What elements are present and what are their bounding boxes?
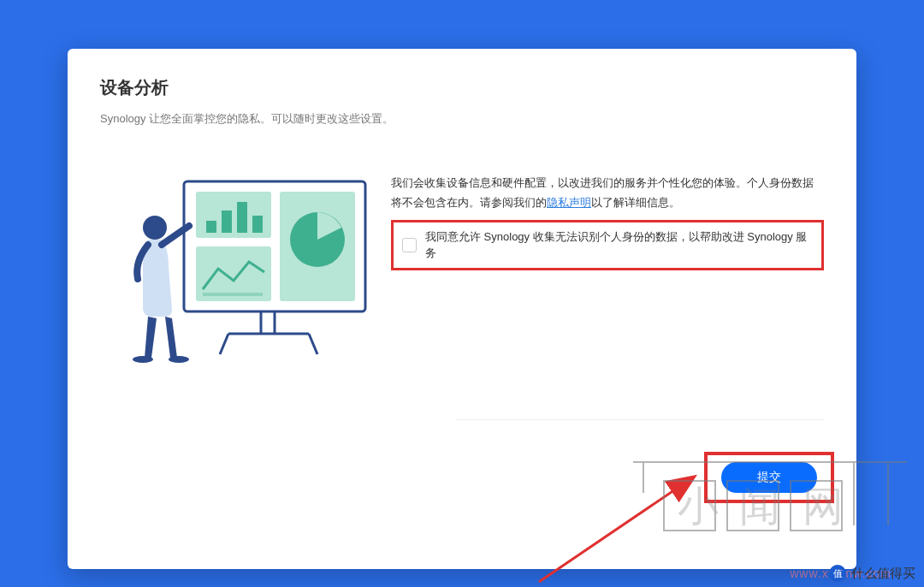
page-title: 设备分析 [100,76,824,99]
analytics-illustration [100,166,391,371]
description-text: 我们会收集设备信息和硬件配置，以改进我们的服务并个性化您的体验。个人身份数据将不… [391,173,824,213]
svg-rect-8 [222,210,232,233]
smzdm-logo-icon: 值 [829,565,846,582]
submit-highlight: 提交 [704,452,834,503]
svg-point-17 [169,356,189,363]
svg-rect-10 [252,216,263,233]
submit-button[interactable]: 提交 [721,462,817,493]
privacy-link[interactable]: 隐私声明 [547,196,591,209]
content-row: 我们会收集设备信息和硬件配置，以改进我们的服务并个性化您的体验。个人身份数据将不… [100,166,824,371]
svg-rect-14 [203,293,263,296]
smzdm-badge-group: 值 什么值得买 [829,565,915,582]
svg-line-4 [220,334,228,354]
smzdm-label: 什么值得买 [851,566,915,582]
consent-row-highlight: 我同意允许 Synology 收集无法识别个人身份的数据，以帮助改进 Synol… [391,220,824,270]
svg-line-5 [309,334,317,354]
svg-rect-9 [237,202,247,233]
divider [456,419,824,420]
page-subtitle: Synology 让您全面掌控您的隐私。可以随时更改这些设置。 [100,111,824,127]
desc-part-b: 以了解详细信息。 [591,196,680,209]
dialog-card: 设备分析 Synology 让您全面掌控您的隐私。可以随时更改这些设置。 [68,49,856,569]
svg-point-16 [133,356,153,363]
description-column: 我们会收集设备信息和硬件配置，以改进我们的服务并个性化您的体验。个人身份数据将不… [391,166,824,371]
svg-rect-7 [206,221,216,233]
svg-point-15 [143,216,167,240]
consent-label: 我同意允许 Synology 收集无法识别个人身份的数据，以帮助改进 Synol… [425,228,813,262]
consent-checkbox[interactable] [402,238,417,252]
